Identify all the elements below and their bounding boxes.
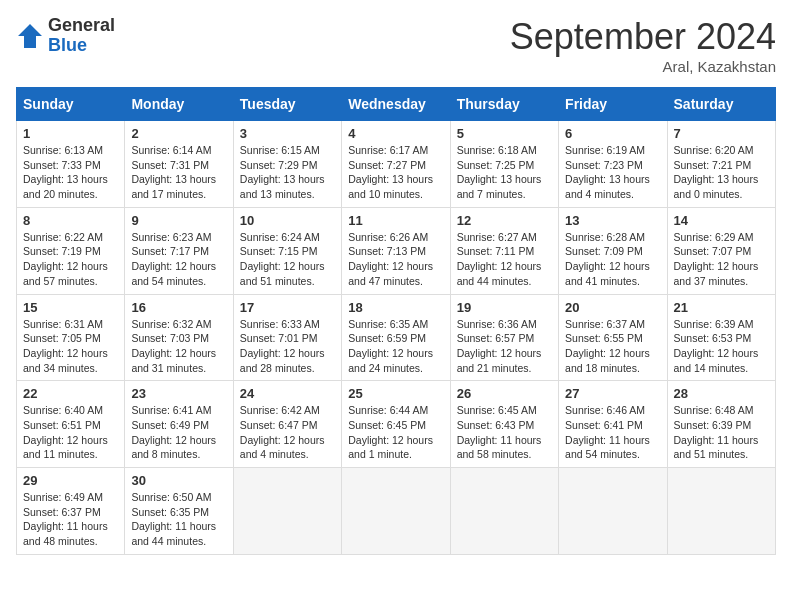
table-row: 9 Sunrise: 6:23 AM Sunset: 7:17 PM Dayli… bbox=[125, 207, 233, 294]
day-detail: Sunrise: 6:46 AM Sunset: 6:41 PM Dayligh… bbox=[565, 403, 660, 462]
calendar-week-row: 22 Sunrise: 6:40 AM Sunset: 6:51 PM Dayl… bbox=[17, 381, 776, 468]
table-row: 4 Sunrise: 6:17 AM Sunset: 7:27 PM Dayli… bbox=[342, 121, 450, 208]
day-detail: Sunrise: 6:20 AM Sunset: 7:21 PM Dayligh… bbox=[674, 143, 769, 202]
col-friday: Friday bbox=[559, 88, 667, 121]
day-number: 2 bbox=[131, 126, 226, 141]
day-detail: Sunrise: 6:22 AM Sunset: 7:19 PM Dayligh… bbox=[23, 230, 118, 289]
day-number: 27 bbox=[565, 386, 660, 401]
location-text: Aral, Kazakhstan bbox=[510, 58, 776, 75]
day-detail: Sunrise: 6:49 AM Sunset: 6:37 PM Dayligh… bbox=[23, 490, 118, 549]
table-row: 29 Sunrise: 6:49 AM Sunset: 6:37 PM Dayl… bbox=[17, 468, 125, 555]
logo-general-text: General bbox=[48, 15, 115, 35]
day-number: 23 bbox=[131, 386, 226, 401]
table-row: 14 Sunrise: 6:29 AM Sunset: 7:07 PM Dayl… bbox=[667, 207, 775, 294]
day-number: 18 bbox=[348, 300, 443, 315]
col-saturday: Saturday bbox=[667, 88, 775, 121]
day-number: 19 bbox=[457, 300, 552, 315]
day-number: 12 bbox=[457, 213, 552, 228]
table-row: 8 Sunrise: 6:22 AM Sunset: 7:19 PM Dayli… bbox=[17, 207, 125, 294]
day-detail: Sunrise: 6:44 AM Sunset: 6:45 PM Dayligh… bbox=[348, 403, 443, 462]
table-row bbox=[667, 468, 775, 555]
day-number: 26 bbox=[457, 386, 552, 401]
table-row: 15 Sunrise: 6:31 AM Sunset: 7:05 PM Dayl… bbox=[17, 294, 125, 381]
table-row: 16 Sunrise: 6:32 AM Sunset: 7:03 PM Dayl… bbox=[125, 294, 233, 381]
day-number: 1 bbox=[23, 126, 118, 141]
col-monday: Monday bbox=[125, 88, 233, 121]
col-wednesday: Wednesday bbox=[342, 88, 450, 121]
calendar-table: Sunday Monday Tuesday Wednesday Thursday… bbox=[16, 87, 776, 555]
day-number: 7 bbox=[674, 126, 769, 141]
calendar-week-row: 15 Sunrise: 6:31 AM Sunset: 7:05 PM Dayl… bbox=[17, 294, 776, 381]
table-row bbox=[233, 468, 341, 555]
day-detail: Sunrise: 6:50 AM Sunset: 6:35 PM Dayligh… bbox=[131, 490, 226, 549]
table-row: 27 Sunrise: 6:46 AM Sunset: 6:41 PM Dayl… bbox=[559, 381, 667, 468]
day-detail: Sunrise: 6:14 AM Sunset: 7:31 PM Dayligh… bbox=[131, 143, 226, 202]
day-detail: Sunrise: 6:31 AM Sunset: 7:05 PM Dayligh… bbox=[23, 317, 118, 376]
table-row: 19 Sunrise: 6:36 AM Sunset: 6:57 PM Dayl… bbox=[450, 294, 558, 381]
table-row: 24 Sunrise: 6:42 AM Sunset: 6:47 PM Dayl… bbox=[233, 381, 341, 468]
day-number: 29 bbox=[23, 473, 118, 488]
day-number: 25 bbox=[348, 386, 443, 401]
table-row: 30 Sunrise: 6:50 AM Sunset: 6:35 PM Dayl… bbox=[125, 468, 233, 555]
month-title: September 2024 bbox=[510, 16, 776, 58]
day-detail: Sunrise: 6:19 AM Sunset: 7:23 PM Dayligh… bbox=[565, 143, 660, 202]
day-detail: Sunrise: 6:41 AM Sunset: 6:49 PM Dayligh… bbox=[131, 403, 226, 462]
day-detail: Sunrise: 6:42 AM Sunset: 6:47 PM Dayligh… bbox=[240, 403, 335, 462]
table-row: 20 Sunrise: 6:37 AM Sunset: 6:55 PM Dayl… bbox=[559, 294, 667, 381]
day-detail: Sunrise: 6:18 AM Sunset: 7:25 PM Dayligh… bbox=[457, 143, 552, 202]
table-row bbox=[559, 468, 667, 555]
logo-text: General Blue bbox=[48, 16, 115, 56]
table-row: 3 Sunrise: 6:15 AM Sunset: 7:29 PM Dayli… bbox=[233, 121, 341, 208]
logo-icon bbox=[16, 22, 44, 50]
day-number: 14 bbox=[674, 213, 769, 228]
table-row: 18 Sunrise: 6:35 AM Sunset: 6:59 PM Dayl… bbox=[342, 294, 450, 381]
page-header: General Blue September 2024 Aral, Kazakh… bbox=[16, 16, 776, 75]
day-number: 16 bbox=[131, 300, 226, 315]
col-sunday: Sunday bbox=[17, 88, 125, 121]
calendar-week-row: 1 Sunrise: 6:13 AM Sunset: 7:33 PM Dayli… bbox=[17, 121, 776, 208]
day-detail: Sunrise: 6:40 AM Sunset: 6:51 PM Dayligh… bbox=[23, 403, 118, 462]
day-detail: Sunrise: 6:27 AM Sunset: 7:11 PM Dayligh… bbox=[457, 230, 552, 289]
day-detail: Sunrise: 6:45 AM Sunset: 6:43 PM Dayligh… bbox=[457, 403, 552, 462]
day-number: 3 bbox=[240, 126, 335, 141]
table-row: 5 Sunrise: 6:18 AM Sunset: 7:25 PM Dayli… bbox=[450, 121, 558, 208]
calendar-week-row: 8 Sunrise: 6:22 AM Sunset: 7:19 PM Dayli… bbox=[17, 207, 776, 294]
table-row: 23 Sunrise: 6:41 AM Sunset: 6:49 PM Dayl… bbox=[125, 381, 233, 468]
day-detail: Sunrise: 6:39 AM Sunset: 6:53 PM Dayligh… bbox=[674, 317, 769, 376]
day-number: 24 bbox=[240, 386, 335, 401]
day-detail: Sunrise: 6:28 AM Sunset: 7:09 PM Dayligh… bbox=[565, 230, 660, 289]
day-number: 11 bbox=[348, 213, 443, 228]
table-row: 26 Sunrise: 6:45 AM Sunset: 6:43 PM Dayl… bbox=[450, 381, 558, 468]
day-detail: Sunrise: 6:15 AM Sunset: 7:29 PM Dayligh… bbox=[240, 143, 335, 202]
calendar-header-row: Sunday Monday Tuesday Wednesday Thursday… bbox=[17, 88, 776, 121]
day-number: 6 bbox=[565, 126, 660, 141]
day-number: 30 bbox=[131, 473, 226, 488]
day-detail: Sunrise: 6:36 AM Sunset: 6:57 PM Dayligh… bbox=[457, 317, 552, 376]
day-number: 20 bbox=[565, 300, 660, 315]
day-number: 21 bbox=[674, 300, 769, 315]
day-detail: Sunrise: 6:29 AM Sunset: 7:07 PM Dayligh… bbox=[674, 230, 769, 289]
table-row bbox=[342, 468, 450, 555]
table-row: 12 Sunrise: 6:27 AM Sunset: 7:11 PM Dayl… bbox=[450, 207, 558, 294]
table-row bbox=[450, 468, 558, 555]
col-thursday: Thursday bbox=[450, 88, 558, 121]
day-detail: Sunrise: 6:26 AM Sunset: 7:13 PM Dayligh… bbox=[348, 230, 443, 289]
logo: General Blue bbox=[16, 16, 115, 56]
table-row: 21 Sunrise: 6:39 AM Sunset: 6:53 PM Dayl… bbox=[667, 294, 775, 381]
day-number: 17 bbox=[240, 300, 335, 315]
table-row: 7 Sunrise: 6:20 AM Sunset: 7:21 PM Dayli… bbox=[667, 121, 775, 208]
day-detail: Sunrise: 6:13 AM Sunset: 7:33 PM Dayligh… bbox=[23, 143, 118, 202]
table-row: 17 Sunrise: 6:33 AM Sunset: 7:01 PM Dayl… bbox=[233, 294, 341, 381]
logo-blue-text: Blue bbox=[48, 35, 87, 55]
day-number: 8 bbox=[23, 213, 118, 228]
title-block: September 2024 Aral, Kazakhstan bbox=[510, 16, 776, 75]
table-row: 6 Sunrise: 6:19 AM Sunset: 7:23 PM Dayli… bbox=[559, 121, 667, 208]
day-number: 22 bbox=[23, 386, 118, 401]
day-number: 4 bbox=[348, 126, 443, 141]
table-row: 11 Sunrise: 6:26 AM Sunset: 7:13 PM Dayl… bbox=[342, 207, 450, 294]
table-row: 10 Sunrise: 6:24 AM Sunset: 7:15 PM Dayl… bbox=[233, 207, 341, 294]
day-detail: Sunrise: 6:37 AM Sunset: 6:55 PM Dayligh… bbox=[565, 317, 660, 376]
day-number: 5 bbox=[457, 126, 552, 141]
table-row: 22 Sunrise: 6:40 AM Sunset: 6:51 PM Dayl… bbox=[17, 381, 125, 468]
day-detail: Sunrise: 6:32 AM Sunset: 7:03 PM Dayligh… bbox=[131, 317, 226, 376]
